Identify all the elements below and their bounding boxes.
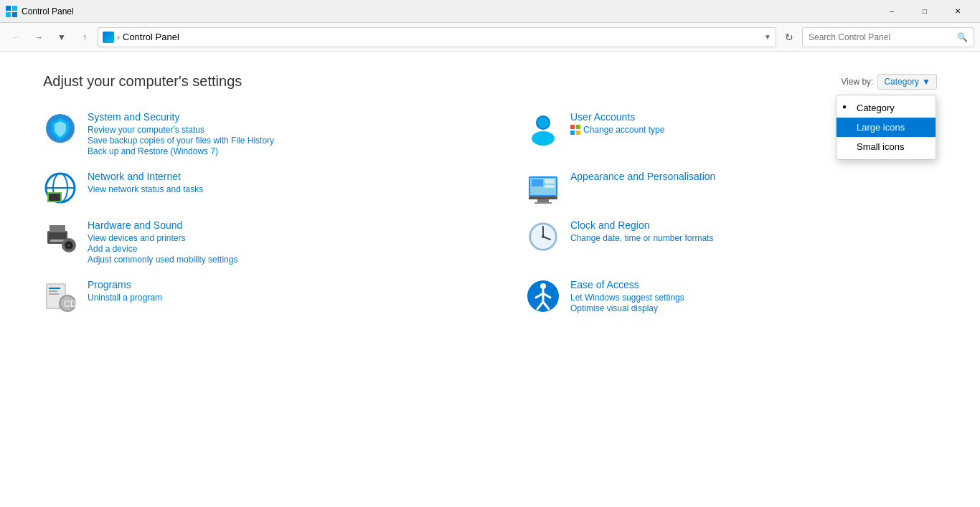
- view-by-current: Category: [884, 77, 919, 87]
- search-icon: 🔍: [957, 32, 968, 42]
- view-by-label: View by:: [841, 77, 873, 87]
- view-by-dropdown[interactable]: Category ▼ Category Large icons Small ic…: [877, 74, 937, 90]
- network-internet-title[interactable]: Network and Internet: [88, 171, 203, 182]
- maximize-button[interactable]: □: [908, 0, 941, 23]
- search-box[interactable]: 🔍: [802, 27, 974, 47]
- programs-link-1[interactable]: Uninstall a program: [88, 293, 162, 303]
- main-content: Adjust your computer's settings View by:…: [0, 52, 980, 335]
- programs-links: Uninstall a program: [88, 293, 162, 303]
- svg-point-6: [532, 131, 555, 146]
- category-system-security: System and Security Review your computer…: [43, 111, 454, 156]
- clock-region-icon: [526, 219, 560, 254]
- ease-of-access-title[interactable]: Ease of Access: [570, 279, 684, 290]
- network-internet-link-1[interactable]: View network status and tasks: [88, 184, 203, 194]
- svg-rect-27: [50, 240, 65, 242]
- titlebar-title: Control Panel: [22, 6, 875, 16]
- svg-point-7: [537, 117, 549, 128]
- network-internet-links: View network status and tasks: [88, 184, 203, 194]
- address-bar[interactable]: › Control Panel ▼: [98, 27, 776, 47]
- titlebar-app-icon: [6, 6, 17, 17]
- svg-rect-19: [529, 196, 557, 199]
- search-input[interactable]: [809, 32, 954, 42]
- system-security-link-3[interactable]: Back up and Restore (Windows 7): [88, 146, 274, 156]
- system-security-link-2[interactable]: Save backup copies of your files with Fi…: [88, 136, 274, 146]
- svg-rect-20: [537, 199, 549, 202]
- hardware-sound-link-1[interactable]: View devices and printers: [88, 233, 237, 243]
- address-path: Control Panel: [123, 32, 761, 42]
- hardware-sound-links: View devices and printers Add a device A…: [88, 233, 237, 265]
- ease-of-access-icon: [526, 279, 560, 313]
- dropdown-item-large-icons[interactable]: Large icons: [837, 118, 936, 137]
- svg-rect-22: [532, 179, 543, 186]
- user-accounts-links: Change account type: [570, 125, 664, 135]
- user-accounts-windows-icon: [570, 125, 580, 135]
- svg-rect-42: [49, 290, 57, 292]
- svg-rect-3: [12, 12, 17, 17]
- svg-text:CD: CD: [64, 299, 77, 309]
- svg-rect-28: [50, 225, 65, 232]
- view-by-chevron-icon: ▼: [922, 77, 930, 87]
- svg-rect-43: [49, 293, 59, 295]
- titlebar: Control Panel – □ ✕: [0, 0, 980, 23]
- user-accounts-link-1[interactable]: Change account type: [583, 125, 664, 135]
- address-bar-icon: [103, 32, 114, 43]
- network-internet-content: Network and Internet View network status…: [88, 171, 203, 194]
- view-by-control: View by: Category ▼ Category Large icons…: [841, 74, 937, 90]
- page-header: Adjust your computer's settings View by:…: [43, 73, 937, 90]
- system-security-content: System and Security Review your computer…: [88, 111, 274, 156]
- category-network-internet: Network and Internet View network status…: [43, 171, 454, 205]
- ease-of-access-content: Ease of Access Let Windows suggest setti…: [570, 279, 684, 313]
- user-accounts-icon: [526, 111, 560, 146]
- forward-button[interactable]: →: [29, 27, 49, 47]
- ease-of-access-link-1[interactable]: Let Windows suggest settings: [570, 293, 684, 303]
- close-button[interactable]: ✕: [941, 0, 974, 23]
- refresh-button[interactable]: ↻: [779, 27, 799, 47]
- minimize-button[interactable]: –: [875, 0, 908, 23]
- svg-rect-0: [6, 6, 11, 11]
- address-separator: ›: [117, 32, 120, 42]
- svg-point-32: [67, 244, 70, 247]
- appearance-icon: [526, 171, 560, 205]
- recent-locations-button[interactable]: ▼: [52, 27, 72, 47]
- user-accounts-content: User Accounts Change account type: [570, 111, 664, 135]
- category-ease-of-access: Ease of Access Let Windows suggest setti…: [526, 279, 937, 313]
- category-appearance: Appearance and Personalisation: [526, 171, 937, 205]
- programs-title[interactable]: Programs: [88, 279, 162, 290]
- up-button[interactable]: ↑: [75, 27, 95, 47]
- category-programs: CD Programs Uninstall a program: [43, 279, 454, 313]
- clock-region-content: Clock and Region Change date, time or nu…: [570, 219, 713, 243]
- svg-rect-2: [6, 12, 11, 17]
- dropdown-item-small-icons[interactable]: Small icons: [837, 137, 936, 156]
- programs-content: Programs Uninstall a program: [88, 279, 162, 303]
- programs-icon: CD: [43, 279, 77, 313]
- hardware-sound-icon: [43, 219, 77, 254]
- page-title: Adjust your computer's settings: [43, 73, 242, 90]
- system-security-icon: [43, 111, 77, 146]
- clock-region-links: Change date, time or number formats: [570, 233, 713, 243]
- system-security-link-1[interactable]: Review your computer's status: [88, 125, 274, 135]
- system-security-links: Review your computer's status Save backu…: [88, 125, 274, 156]
- hardware-sound-content: Hardware and Sound View devices and prin…: [88, 219, 237, 265]
- hardware-sound-link-3[interactable]: Adjust commonly used mobility settings: [88, 255, 237, 265]
- svg-rect-10: [570, 131, 575, 135]
- appearance-title[interactable]: Appearance and Personalisation: [570, 171, 715, 182]
- clock-region-link-1[interactable]: Change date, time or number formats: [570, 233, 713, 243]
- hardware-sound-link-2[interactable]: Add a device: [88, 244, 237, 254]
- hardware-sound-title[interactable]: Hardware and Sound: [88, 219, 237, 231]
- ease-of-access-link-2[interactable]: Optimise visual display: [570, 303, 684, 313]
- categories-grid: System and Security Review your computer…: [43, 111, 937, 313]
- ease-of-access-links: Let Windows suggest settings Optimise vi…: [570, 293, 684, 313]
- svg-rect-41: [49, 288, 60, 289]
- user-accounts-title[interactable]: User Accounts: [570, 111, 664, 123]
- category-hardware-sound: Hardware and Sound View devices and prin…: [43, 219, 454, 265]
- svg-rect-23: [545, 179, 555, 184]
- svg-rect-9: [576, 125, 580, 129]
- view-by-menu: Category Large icons Small icons: [836, 95, 936, 160]
- back-button[interactable]: ←: [6, 27, 26, 47]
- system-security-title[interactable]: System and Security: [88, 111, 274, 123]
- dropdown-item-category[interactable]: Category: [837, 98, 936, 118]
- clock-region-title[interactable]: Clock and Region: [570, 219, 713, 231]
- svg-rect-24: [545, 185, 555, 188]
- appearance-content: Appearance and Personalisation: [570, 171, 715, 184]
- address-chevron-icon: ▼: [764, 33, 771, 41]
